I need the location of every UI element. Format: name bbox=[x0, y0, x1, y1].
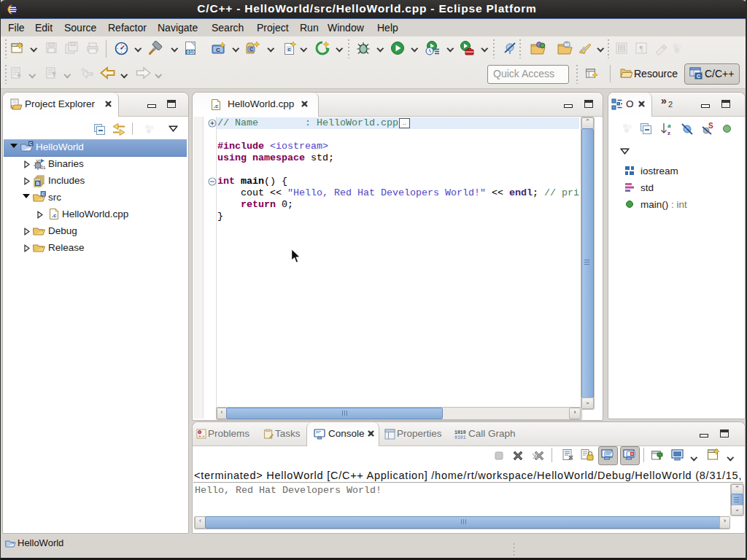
svg-text:0101: 0101 bbox=[454, 435, 466, 440]
svg-text:S: S bbox=[708, 122, 713, 130]
svg-text:01: 01 bbox=[41, 166, 46, 170]
svg-text:a: a bbox=[667, 122, 671, 129]
svg-text:C: C bbox=[249, 47, 253, 52]
svg-text:c: c bbox=[287, 46, 291, 52]
svg-text:C: C bbox=[29, 141, 33, 146]
svg-text:¶: ¶ bbox=[640, 44, 643, 52]
svg-text:h: h bbox=[36, 181, 39, 186]
svg-text:C: C bbox=[216, 47, 220, 53]
svg-text:.c: .c bbox=[52, 212, 57, 219]
svg-text:C: C bbox=[42, 192, 45, 196]
svg-text:C: C bbox=[697, 74, 700, 79]
svg-text:1010: 1010 bbox=[454, 430, 466, 435]
svg-text:010: 010 bbox=[187, 50, 195, 55]
svg-text:.c: .c bbox=[214, 103, 219, 109]
svg-text:z: z bbox=[667, 129, 670, 136]
